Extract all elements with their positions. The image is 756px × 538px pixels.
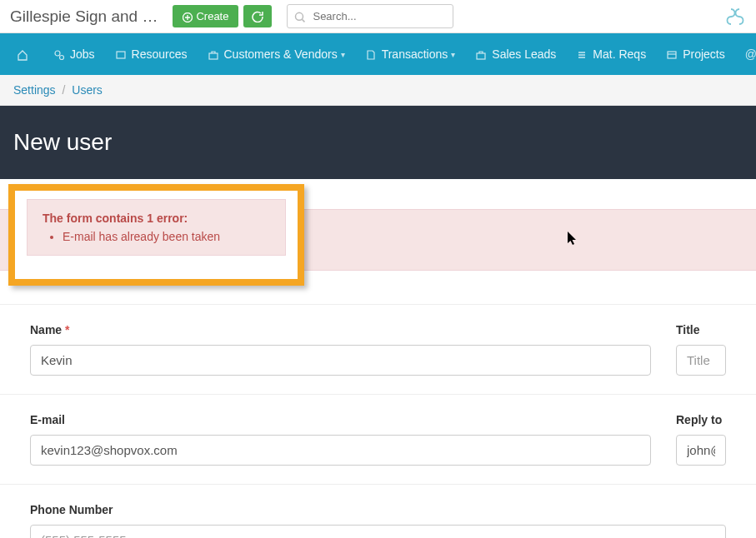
plus-icon [183, 10, 193, 22]
nav-resources[interactable]: Resources [105, 33, 198, 75]
form-row-email: E-mail Reply to [0, 394, 756, 484]
resources-icon [115, 47, 127, 61]
nav-jobs[interactable]: Jobs [43, 33, 105, 75]
nav-customers-vendors[interactable]: Customers & Vendors ▾ [198, 33, 355, 75]
list-icon [576, 47, 588, 61]
svg-rect-4 [117, 52, 125, 58]
title-label: Title [676, 323, 726, 336]
svg-point-3 [60, 56, 64, 60]
highlight-annotation: The form contains 1 error: E-mail has al… [8, 184, 304, 286]
required-asterisk: * [65, 323, 69, 336]
replyto-field[interactable] [676, 435, 726, 466]
create-button[interactable]: Create [173, 5, 238, 27]
error-alert: The form contains 1 error: E-mail has al… [27, 199, 286, 256]
breadcrumb-settings[interactable]: Settings [13, 83, 56, 97]
nav-label: Jobs [70, 47, 95, 61]
alert-item: E-mail has already been taken [63, 230, 270, 243]
breadcrumb-users[interactable]: Users [72, 83, 103, 97]
svg-rect-5 [209, 53, 218, 59]
page-header: New user [0, 106, 756, 179]
main-nav: Jobs Resources Customers & Vendors ▾ Tra… [0, 33, 756, 75]
svg-rect-6 [477, 53, 485, 59]
name-label: Name * [30, 323, 651, 336]
briefcase-icon [475, 47, 487, 61]
nav-transactions[interactable]: Transactions ▾ [355, 33, 466, 75]
breadcrumb-separator: / [62, 83, 65, 97]
nav-sales-leads[interactable]: Sales Leads [465, 33, 566, 75]
nav-home[interactable] [7, 33, 43, 75]
create-button-label: Create [196, 10, 228, 22]
chevron-down-icon: ▾ [451, 50, 455, 59]
gears-icon [53, 47, 65, 61]
svg-point-2 [55, 51, 60, 56]
phone-label: Phone Number [30, 503, 726, 516]
briefcase-icon [208, 47, 219, 61]
search-icon [294, 9, 306, 22]
refresh-button[interactable] [243, 5, 272, 28]
breadcrumb: Settings / Users [0, 75, 756, 106]
chevron-down-icon: ▾ [341, 50, 345, 59]
app-logo-icon [724, 6, 746, 27]
nav-label: Mat. Reqs [593, 47, 646, 61]
title-field[interactable] [676, 345, 726, 376]
email-label: E-mail [30, 413, 651, 426]
home-icon [17, 47, 28, 61]
nav-label: Projects [683, 47, 725, 61]
replyto-label: Reply to [676, 413, 726, 426]
nav-label: Customers & Vendors [224, 47, 338, 61]
nav-mat-reqs[interactable]: Mat. Reqs [566, 33, 656, 75]
alert-heading: The form contains 1 error: [43, 212, 188, 225]
project-icon [666, 47, 678, 61]
search-input[interactable] [287, 4, 453, 28]
form-row-phone: Phone Number [0, 484, 756, 538]
form-row-name: Name * Title [0, 304, 756, 394]
email-field[interactable] [30, 435, 651, 466]
nav-label: Sales Leads [492, 47, 556, 61]
top-bar: Gillespie Sign and … Create [0, 0, 756, 33]
cursor-icon [567, 230, 578, 246]
nav-projects[interactable]: Projects [656, 33, 735, 75]
svg-point-1 [296, 12, 303, 20]
nav-label: Resources [132, 47, 188, 61]
svg-rect-7 [668, 52, 676, 58]
nav-mail[interactable]: @ Mai [735, 33, 756, 75]
page-title: New user [13, 129, 743, 156]
nav-label: Transactions [382, 47, 448, 61]
brand-name: Gillespie Sign and … [10, 7, 158, 26]
at-icon: @ [745, 47, 756, 61]
name-field[interactable] [30, 345, 651, 376]
refresh-icon [252, 10, 263, 23]
search-wrap [287, 4, 453, 28]
file-icon [365, 47, 377, 61]
phone-field[interactable] [30, 525, 726, 538]
